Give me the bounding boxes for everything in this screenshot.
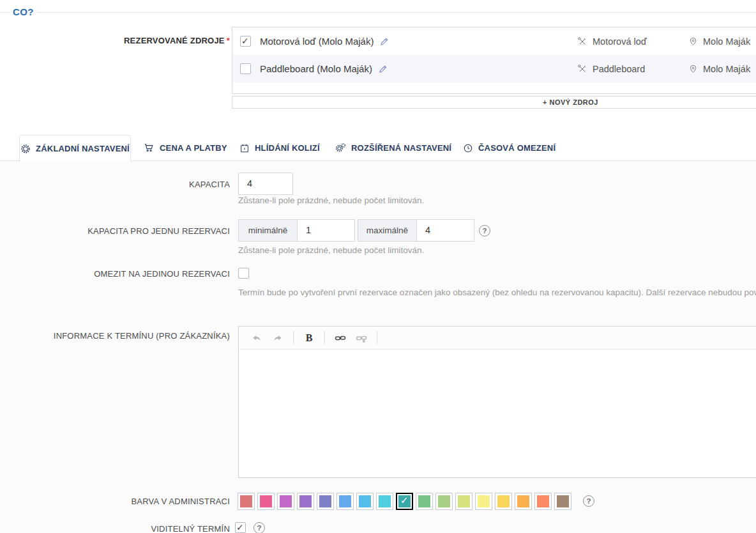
required-asterisk: *: [227, 36, 230, 45]
color-swatch[interactable]: [238, 493, 255, 510]
omezit-helper: Termín bude po vytvoření první rezervace…: [238, 288, 756, 297]
swatch-color: [240, 495, 252, 507]
undo-icon[interactable]: [249, 330, 264, 346]
reservation-settings-page: CO? REZERVOVANÉ ZDROJE* Motorová loď (Mo…: [0, 0, 756, 533]
toolbar-separator: [293, 331, 294, 344]
swatch-color: [438, 495, 450, 507]
color-swatch[interactable]: [257, 493, 275, 510]
kapacita-helper: Zůstane-li pole prázdné, nebude počet li…: [238, 196, 424, 205]
resource-checkbox[interactable]: [240, 63, 251, 74]
resource-checkbox[interactable]: [240, 36, 251, 47]
color-swatch[interactable]: [416, 493, 433, 510]
clock-icon: [463, 143, 473, 153]
viditelny-checkbox[interactable]: [235, 522, 246, 533]
tab-casova-omezeni[interactable]: ČASOVÁ OMEZENÍ: [463, 135, 556, 161]
kapacita-label: KAPACITA: [189, 180, 230, 189]
legend-line-left: [0, 12, 10, 13]
tab-cena-a-platby[interactable]: CENA A PLATBY: [144, 135, 227, 161]
min-addon: minimálně: [238, 219, 298, 242]
color-swatch[interactable]: [356, 493, 374, 510]
color-swatch[interactable]: [554, 493, 571, 510]
resource-row[interactable]: Paddleboard (Molo Maják) Paddleboard Mol…: [232, 55, 756, 82]
informace-label: INFORMACE K TERMÍNU (PRO ZÁKAZNÍKA): [54, 331, 230, 341]
edit-pencil-icon[interactable]: [378, 64, 388, 74]
tools-icon: [577, 64, 587, 74]
gears-icon: [335, 143, 346, 153]
omezit-label: OMEZIT NA JEDINOU REZERVACI: [94, 269, 230, 279]
swatch-color: [339, 495, 351, 507]
color-swatch[interactable]: [515, 493, 532, 510]
min-input[interactable]: 1: [297, 219, 355, 242]
section-title: CO?: [13, 6, 34, 17]
swatch-color: [557, 495, 569, 507]
swatch-color: [458, 495, 470, 507]
toolbar-separator: [377, 331, 377, 344]
gear-icon: [20, 144, 31, 154]
unlink-icon[interactable]: [354, 330, 369, 346]
swatch-color: [260, 495, 272, 507]
swatch-color: [280, 495, 292, 507]
color-swatch[interactable]: [297, 493, 314, 510]
swatch-color: [359, 495, 371, 507]
link-icon[interactable]: [333, 330, 348, 346]
resource-type-info: Motorová loď: [577, 36, 647, 47]
kapacita-rezervace-label: KAPACITA PRO JEDNU REZERVACI: [87, 226, 230, 236]
resource-location-info: Molo Maják: [688, 36, 750, 47]
location-pin-icon: [688, 64, 698, 73]
help-icon[interactable]: ?: [479, 225, 490, 236]
color-swatch[interactable]: [317, 493, 334, 510]
kapacita-rezervace-helper: Zůstane-li pole prázdné, nebude počet li…: [238, 245, 424, 255]
tools-icon: [577, 36, 587, 47]
toolbar-separator: [324, 331, 325, 344]
color-swatch[interactable]: [475, 493, 492, 510]
editor-content[interactable]: [239, 350, 756, 478]
help-icon[interactable]: ?: [583, 495, 594, 507]
cart-icon: [144, 143, 155, 153]
max-input[interactable]: 4: [416, 219, 474, 242]
tab-rozsirena-nastaveni[interactable]: ROZŠÍŘENÁ NASTAVENÍ: [335, 135, 451, 161]
swatch-color: [319, 495, 331, 507]
omezit-checkbox[interactable]: [238, 268, 249, 279]
resource-list: Motorová loď (Molo Maják) Motorová loď M…: [232, 27, 756, 94]
resource-row[interactable]: Motorová loď (Molo Maják) Motorová loď M…: [232, 27, 756, 55]
swatch-color: [517, 495, 529, 507]
resource-name: Motorová loď (Molo Maják): [260, 36, 374, 47]
color-swatch[interactable]: [336, 493, 354, 510]
redo-icon[interactable]: [270, 330, 285, 346]
legend-line-right: [37, 12, 756, 13]
new-resource-button[interactable]: + NOVÝ ZDROJ: [232, 96, 756, 109]
barva-label: BARVA V ADMINISTRACI: [131, 497, 230, 506]
swatch-color: [478, 495, 490, 507]
color-swatches: [238, 493, 571, 510]
reserved-resources-label: REZERVOVANÉ ZDROJE*: [124, 36, 230, 45]
swatch-color: [418, 495, 430, 507]
editor-toolbar: B: [239, 327, 756, 350]
swatch-color: [299, 495, 312, 507]
max-addon: maximálně: [358, 219, 417, 242]
bold-button[interactable]: B: [301, 330, 317, 346]
help-icon[interactable]: ?: [253, 522, 265, 533]
color-swatch-selected[interactable]: [396, 493, 413, 510]
tab-zakladni-nastaveni[interactable]: ZÁKLADNÍ NASTAVENÍ: [19, 135, 131, 162]
color-swatch[interactable]: [495, 493, 512, 510]
color-swatch[interactable]: [376, 493, 393, 510]
swatch-color: [398, 495, 411, 507]
swatch-color: [537, 495, 549, 507]
kapacita-input[interactable]: 4: [238, 173, 293, 195]
resource-type-info: Paddleboard: [577, 64, 645, 74]
color-swatch[interactable]: [277, 493, 294, 510]
swatch-color: [497, 495, 510, 507]
resource-name: Paddleboard (Molo Maják): [260, 63, 372, 74]
calendar-alert-icon: [239, 143, 250, 153]
color-swatch[interactable]: [435, 493, 453, 510]
resource-location-info: Molo Maják: [688, 64, 750, 74]
rich-text-editor: B: [238, 326, 756, 478]
location-pin-icon: [688, 36, 698, 46]
color-swatch[interactable]: [534, 493, 552, 510]
edit-pencil-icon[interactable]: [379, 36, 389, 47]
color-swatch[interactable]: [455, 493, 472, 510]
viditelny-label: VIDITELNÝ TERMÍN: [151, 524, 230, 533]
swatch-color: [379, 495, 391, 507]
tab-hlidani-kolizi[interactable]: HLÍDÁNÍ KOLIZÍ: [239, 135, 320, 161]
